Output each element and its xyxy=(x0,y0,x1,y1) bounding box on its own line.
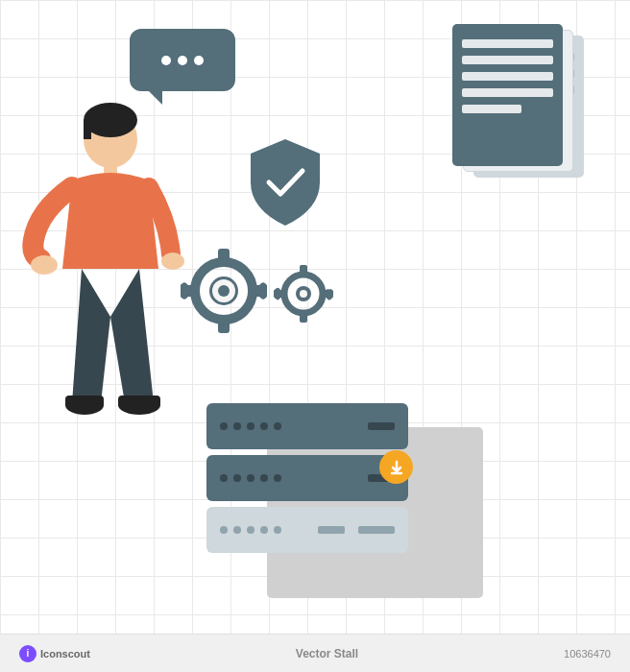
bottom-bar: i Iconscout Vector Stall 10636470 xyxy=(0,634,630,672)
svg-rect-9 xyxy=(118,396,160,407)
documents-stack xyxy=(452,24,596,192)
vector-stall-label: Vector Stall xyxy=(296,647,358,660)
gear-large-icon xyxy=(181,248,267,338)
iconscout-label: Iconscout xyxy=(40,648,90,660)
svg-point-22 xyxy=(218,285,230,297)
svg-point-4 xyxy=(31,255,58,275)
svg-rect-27 xyxy=(300,312,307,323)
svg-rect-26 xyxy=(300,265,307,276)
svg-rect-7 xyxy=(65,396,104,407)
svg-point-1 xyxy=(84,103,137,137)
chat-dot-3 xyxy=(194,56,204,65)
download-icon xyxy=(379,450,413,484)
svg-rect-2 xyxy=(84,120,91,139)
gear-small-icon xyxy=(274,264,333,327)
person-figure xyxy=(19,77,187,586)
main-container: i Iconscout Vector Stall 10636470 xyxy=(0,0,630,672)
server-stack xyxy=(206,403,456,590)
shield-icon xyxy=(245,134,327,234)
svg-point-25 xyxy=(300,290,307,298)
iconscout-icon: i xyxy=(19,645,36,662)
chat-dot-2 xyxy=(178,56,187,65)
chat-dot-1 xyxy=(161,56,171,65)
illustration-id: 10636470 xyxy=(564,648,611,660)
iconscout-logo: i Iconscout xyxy=(19,645,90,662)
